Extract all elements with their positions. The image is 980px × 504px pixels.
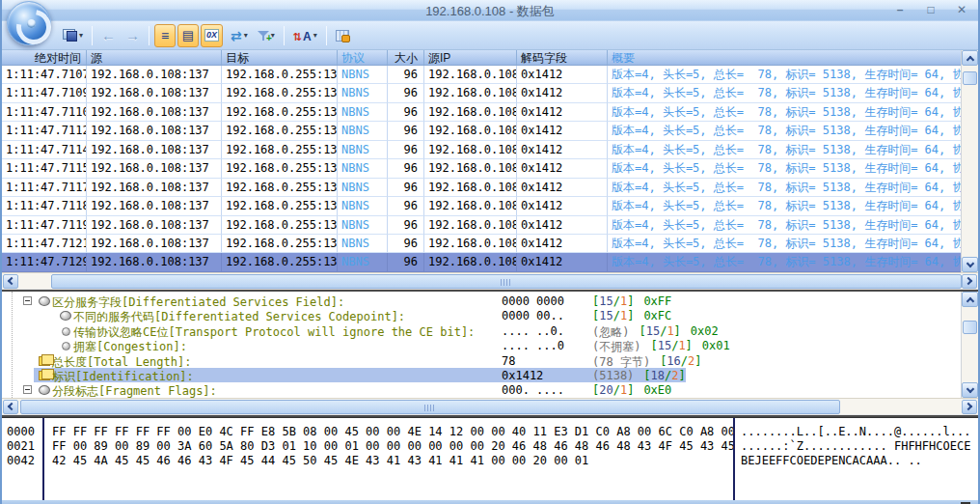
table-horizontal-scrollbar[interactable] bbox=[2, 272, 978, 289]
cell-size: 96 bbox=[388, 179, 424, 197]
scroll-up-button[interactable] bbox=[962, 50, 978, 66]
tree-row[interactable]: 区分服务字段[Differentiated Services Field]:00… bbox=[2, 294, 961, 308]
tree-row[interactable]: 不同的服务代码[Differentiated Services Codepoin… bbox=[2, 308, 961, 322]
cell-source-ip: 192.168.0.108 bbox=[424, 216, 517, 235]
scroll-up-button[interactable] bbox=[962, 292, 978, 307]
scroll-down-button[interactable] bbox=[962, 382, 978, 398]
collapse-expander-icon[interactable] bbox=[23, 296, 32, 305]
scroll-thumb[interactable] bbox=[20, 400, 840, 414]
toolbar-separator bbox=[284, 26, 285, 45]
tree-row[interactable]: 传输协议忽略CE位[Transport Protocol will ignore… bbox=[2, 323, 961, 338]
collapse-expander-icon[interactable] bbox=[23, 385, 32, 394]
column-header-source[interactable]: 源 bbox=[87, 50, 222, 65]
cell-decode: 0x1412 bbox=[517, 66, 608, 84]
list-view-toggle[interactable]: ≡ bbox=[154, 24, 176, 47]
field-bits: 0000 0000 bbox=[502, 294, 564, 308]
column-header-summary[interactable]: 概要 bbox=[608, 50, 961, 65]
field-offset-ref: [18/2] bbox=[643, 369, 685, 382]
table-row[interactable]: 1:11:47.711795192.168.0.108:137192.168.0… bbox=[2, 179, 961, 197]
table-row[interactable]: 1:11:47.711201192.168.0.108:137192.168.0… bbox=[2, 122, 961, 140]
scroll-thumb[interactable] bbox=[963, 321, 977, 334]
column-header-source-ip[interactable]: 源IP bbox=[424, 50, 517, 65]
column-header-size[interactable]: 大小 bbox=[388, 50, 424, 65]
field-offset-ref: [15/1] bbox=[592, 294, 634, 308]
cell-source-ip: 192.168.0.108 bbox=[424, 66, 517, 84]
scroll-track[interactable] bbox=[962, 334, 978, 382]
scroll-thumb[interactable] bbox=[51, 274, 962, 289]
table-vertical-scrollbar[interactable] bbox=[961, 50, 978, 272]
cell-time: 1:11:47.711201 bbox=[2, 122, 87, 140]
toolbar: ▾ ← → ≡ ▤ 0X ⇄▾ +▾ ⇅A▾ bbox=[2, 21, 978, 50]
scroll-thumb[interactable] bbox=[963, 71, 977, 85]
cell-source: 192.168.0.108:137 bbox=[87, 179, 222, 197]
cell-source: 192.168.0.108:137 bbox=[87, 103, 222, 122]
column-header-protocol[interactable]: 协议 bbox=[338, 50, 388, 65]
cell-protocol: NBNS bbox=[338, 103, 388, 122]
table-row[interactable]: 1:11:47.711400192.168.0.108:137192.168.0… bbox=[2, 141, 961, 159]
close-button[interactable]: ✕ bbox=[951, 2, 972, 17]
cell-source-ip: 192.168.0.108 bbox=[424, 103, 517, 122]
cell-time: 1:11:47.711400 bbox=[2, 141, 87, 159]
tree-row[interactable]: 拥塞[Congestion]:.... ...0(不拥塞)[15/1]0x01 bbox=[2, 338, 961, 352]
table-row[interactable]: 1:11:47.711996192.168.0.108:137192.168.0… bbox=[2, 216, 961, 235]
cell-decode: 0x1412 bbox=[517, 122, 608, 140]
cell-summary: 版本=4, 头长=5, 总长= 78, 标识= 5138, 生存时间= 64, … bbox=[608, 159, 961, 178]
cell-summary: 版本=4, 头长=5, 总长= 78, 标识= 5138, 生存时间= 64, … bbox=[608, 235, 961, 253]
chevron-right-icon bbox=[965, 277, 972, 285]
maximize-button[interactable]: □ bbox=[920, 2, 941, 17]
column-header-decode[interactable]: 解码字段 bbox=[517, 50, 608, 65]
table-row[interactable]: 1:11:47.710792192.168.0.108:137192.168.0… bbox=[2, 66, 961, 84]
table-row[interactable]: 1:11:47.711804192.168.0.108:137192.168.0… bbox=[2, 197, 961, 215]
hex-ascii-column: ........L..[..E..N....@......l... ......… bbox=[735, 425, 978, 500]
scroll-right-button[interactable] bbox=[962, 274, 977, 289]
chevron-down-icon: ▾ bbox=[313, 31, 317, 40]
scroll-left-button[interactable] bbox=[3, 274, 18, 289]
packet-list-pane: 绝对时间 源 目标 协议 大小 源IP 解码字段 概要 1:11:47.7107… bbox=[2, 50, 978, 272]
table-row-selected[interactable]: 1:11:47.712998192.168.0.108:137192.168.0… bbox=[2, 253, 961, 271]
plus-icon: + bbox=[266, 34, 272, 43]
cell-decode: 0x1412 bbox=[517, 179, 608, 197]
hex-dump-pane[interactable]: 0000 0021 0042 FF FF FF FF FF FF 00 E0 4… bbox=[2, 417, 978, 500]
find-button[interactable]: ⇅A▾ bbox=[289, 24, 321, 47]
tree-row[interactable]: 分段标志[Fragment Flags]:000. ....[20/1]0xE0 bbox=[2, 382, 961, 397]
window-title: 192.168.0.108 - 数据包 bbox=[2, 3, 978, 20]
cell-size: 96 bbox=[388, 103, 424, 122]
column-header-target[interactable]: 目标 bbox=[222, 50, 338, 65]
field-pages-icon bbox=[39, 356, 50, 366]
cell-source-ip: 192.168.0.108 bbox=[424, 141, 517, 159]
tree-row[interactable]: 总长度[Total Length]:78(78 字节)[16/2] bbox=[2, 353, 961, 368]
scroll-down-button[interactable] bbox=[962, 257, 978, 272]
detail-view-toggle[interactable]: ▤ bbox=[177, 24, 199, 47]
scroll-track[interactable] bbox=[962, 85, 978, 257]
hex-bytes-column: FF FF FF FF FF FF 00 E0 4C FF E8 5B 08 0… bbox=[44, 425, 733, 500]
scroll-left-button[interactable] bbox=[3, 400, 18, 414]
tree-row-selected[interactable]: 标识[Identification]:0x1412(5138)[18/2] bbox=[2, 368, 961, 382]
table-row[interactable]: 1:11:47.711001192.168.0.108:137192.168.0… bbox=[2, 103, 961, 122]
save-button[interactable]: ▾ bbox=[59, 24, 87, 47]
cell-size: 96 bbox=[388, 216, 424, 235]
refresh-button[interactable]: ⇄▾ bbox=[227, 24, 252, 47]
back-button[interactable]: ← bbox=[97, 24, 120, 47]
table-row[interactable]: 1:11:47.712196192.168.0.108:137192.168.0… bbox=[2, 235, 961, 253]
column-header-time[interactable]: 绝对时间 bbox=[2, 50, 87, 65]
tree-horizontal-scrollbar[interactable] bbox=[2, 398, 978, 414]
tree-vertical-scrollbar[interactable] bbox=[961, 292, 978, 398]
field-group-icon bbox=[39, 296, 50, 306]
scroll-track[interactable] bbox=[962, 307, 978, 315]
scroll-right-button[interactable] bbox=[962, 400, 977, 414]
grip-icon bbox=[424, 405, 436, 411]
window-bottom-edge bbox=[2, 500, 978, 504]
table-row[interactable]: 1:11:47.711594192.168.0.108:137192.168.0… bbox=[2, 159, 961, 178]
minimize-button[interactable]: – bbox=[889, 2, 911, 17]
filter-button[interactable]: +▾ bbox=[254, 24, 279, 47]
table-row[interactable]: 1:11:47.710995192.168.0.108:137192.168.0… bbox=[2, 84, 961, 102]
cell-size: 96 bbox=[388, 141, 424, 159]
app-logo-orb[interactable] bbox=[7, 1, 51, 45]
cell-source-ip: 192.168.0.108 bbox=[424, 253, 517, 271]
hex-ascii: BEJEEFFCOEDEPENCACAAA.. .. bbox=[741, 454, 978, 468]
chevron-up-icon bbox=[966, 55, 973, 63]
hex-view-toggle[interactable]: 0X bbox=[201, 24, 223, 47]
forward-button[interactable]: → bbox=[122, 24, 144, 47]
lock-table-button[interactable] bbox=[332, 24, 353, 47]
field-hex-value: 0xFF bbox=[643, 294, 671, 308]
